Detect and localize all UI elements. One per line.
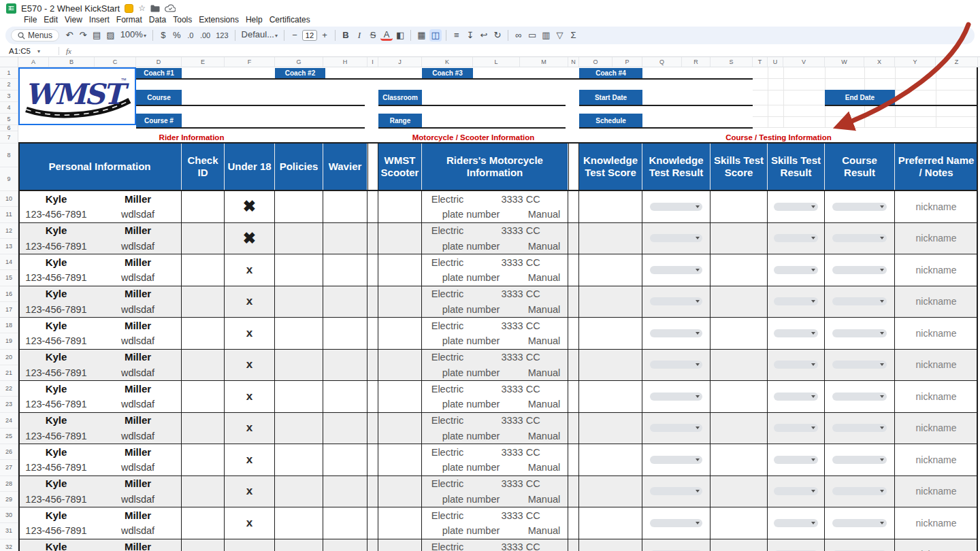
menu-format[interactable]: Format (113, 15, 146, 24)
cell-wavier[interactable] (323, 191, 368, 222)
column-header-cell[interactable]: Wavier (323, 144, 368, 190)
knowledge-result-dropdown[interactable] (650, 203, 702, 211)
row-header-30[interactable]: 30 (0, 507, 18, 523)
knowledge-result-dropdown[interactable] (650, 424, 702, 432)
cell-knowledge-result[interactable] (642, 476, 710, 507)
cell-knowledge-result[interactable] (642, 507, 710, 539)
cell-skills-score[interactable] (710, 539, 768, 551)
row-header-31[interactable]: 31 (0, 523, 18, 539)
form-label-course[interactable]: Course (136, 90, 182, 106)
cell-motorcycle-info[interactable]: Electric 3333 CC plate number Manual (422, 476, 568, 507)
column-header-cell[interactable]: WMST Scooter (378, 144, 422, 190)
create-filter-icon[interactable]: ▽ (553, 29, 566, 41)
cell-wavier[interactable] (323, 476, 368, 507)
column-header-cell[interactable]: Course Result (825, 144, 895, 190)
cell-personal-info[interactable]: Kyle Miller 123-456-7891 wdlsdaf (18, 191, 182, 222)
cell-wmst-scooter[interactable] (378, 191, 422, 222)
cell-knowledge-result[interactable] (642, 413, 710, 444)
cell-knowledge-result[interactable] (642, 350, 710, 381)
column-header-Q[interactable]: Q (642, 57, 682, 67)
row-header-13[interactable]: 13 (0, 239, 18, 254)
row-header-29[interactable]: 29 (0, 492, 18, 507)
course-result-dropdown[interactable] (832, 234, 887, 242)
cell-knowledge-score[interactable] (579, 191, 642, 222)
cell-personal-info[interactable]: Kyle Miller 123-456-7891 wdlsdaf (18, 286, 182, 318)
row-header-24[interactable]: 24 (0, 413, 18, 429)
knowledge-result-dropdown[interactable] (650, 519, 702, 527)
cell-knowledge-score[interactable] (579, 381, 642, 412)
cell-motorcycle-info[interactable]: Electric 3333 CC plate number Manual (422, 254, 568, 286)
skills-result-dropdown[interactable] (774, 424, 818, 432)
font-select[interactable]: Defaul...▾ (240, 29, 280, 42)
cell-under-18[interactable]: x (225, 507, 275, 539)
cell-wavier[interactable] (323, 254, 368, 286)
column-header-A[interactable]: A (18, 57, 49, 67)
menu-insert[interactable]: Insert (86, 15, 113, 24)
menu-help[interactable]: Help (242, 15, 266, 24)
cell-motorcycle-info[interactable]: Electric 3333 CC plate number Manual (422, 286, 568, 318)
cell-wavier[interactable] (323, 507, 368, 539)
insert-chart-icon[interactable]: ▥ (540, 29, 552, 41)
course-result-dropdown[interactable] (832, 424, 887, 432)
cell-motorcycle-info[interactable]: Electric 3333 CC plate number Manual (422, 413, 568, 444)
decrease-font-size-icon[interactable]: − (289, 29, 301, 41)
cell-check-id[interactable] (182, 286, 225, 318)
print-icon[interactable]: ▤ (91, 29, 103, 41)
cell-skills-score[interactable] (710, 476, 768, 507)
cell-policies[interactable] (275, 413, 323, 444)
course-result-dropdown[interactable] (832, 266, 887, 274)
knowledge-result-dropdown[interactable] (650, 234, 702, 242)
course-result-dropdown[interactable] (832, 487, 887, 495)
column-header-V[interactable]: V (783, 57, 825, 67)
knowledge-result-dropdown[interactable] (650, 297, 702, 305)
column-header-L[interactable]: L (473, 57, 520, 67)
row-header-22[interactable]: 22 (0, 381, 18, 397)
column-header-H[interactable]: H (323, 57, 368, 67)
functions-icon[interactable]: Σ (567, 29, 579, 41)
skills-result-dropdown[interactable] (774, 203, 818, 211)
cell-knowledge-result[interactable] (642, 286, 710, 318)
cell-course-result[interactable] (825, 191, 895, 222)
form-label-range[interactable]: Range (378, 114, 422, 129)
cell-personal-info[interactable]: Kyle Miller 123-456-7891 wdlsdaf (18, 318, 182, 349)
cell-knowledge-result[interactable] (642, 381, 710, 412)
cell-course-result[interactable] (825, 413, 895, 444)
cell-course-result[interactable] (825, 444, 895, 475)
cell-wmst-scooter[interactable] (378, 539, 422, 551)
row-header-20[interactable]: 20 (0, 350, 18, 365)
cell-motorcycle-info[interactable]: Electric 3333 CC plate number Manual (422, 539, 568, 551)
font-size-input[interactable]: 12 (302, 30, 317, 41)
text-wrap-icon[interactable]: ↩ (478, 29, 490, 41)
cell-wmst-scooter[interactable] (378, 223, 422, 254)
cell-under-18[interactable]: x (225, 254, 275, 286)
cell-under-18[interactable]: x (225, 350, 275, 381)
form-label-classroom[interactable]: Classroom (378, 90, 422, 106)
cell-motorcycle-info[interactable]: Electric 3333 CC plate number Manual (422, 350, 568, 381)
column-header-J[interactable]: J (378, 57, 422, 67)
insert-link-icon[interactable]: ∞ (512, 29, 525, 41)
row-header-5[interactable]: 5 (0, 114, 18, 125)
row-header-21[interactable]: 21 (0, 365, 18, 381)
row-header-1[interactable]: 1 (0, 67, 18, 79)
form-label-course-number[interactable]: Course # (136, 114, 182, 129)
course-result-dropdown[interactable] (832, 329, 887, 337)
cell-policies[interactable] (275, 507, 323, 539)
cell-knowledge-score[interactable] (579, 286, 642, 318)
cell-personal-info[interactable]: Kyle Miller 123-456-7891 wdlsdaf (18, 223, 182, 254)
cell-wavier[interactable] (323, 381, 368, 412)
cell-preferred-name[interactable]: nickname (895, 507, 978, 539)
cell-wmst-scooter[interactable] (378, 444, 422, 475)
cell-personal-info[interactable]: Kyle Miller 123-456-7891 wdlsdaf (18, 254, 182, 286)
knowledge-result-dropdown[interactable] (650, 266, 702, 274)
cell-check-id[interactable] (182, 318, 225, 349)
column-header-K[interactable]: K (422, 57, 473, 67)
menu-extensions[interactable]: Extensions (195, 15, 242, 24)
cell-under-18[interactable]: x (225, 286, 275, 318)
more-formats-icon[interactable]: 123 (214, 29, 230, 41)
column-header-cell[interactable]: Preferred Name / Notes (895, 144, 978, 190)
row-header-2[interactable]: 2 (0, 79, 18, 90)
menu-certificates[interactable]: Certificates (266, 15, 314, 24)
cell-motorcycle-info[interactable]: Electric 3333 CC plate number Manual (422, 444, 568, 475)
zoom-control[interactable]: 100%▾ (118, 29, 148, 42)
cell-course-result[interactable] (825, 476, 895, 507)
